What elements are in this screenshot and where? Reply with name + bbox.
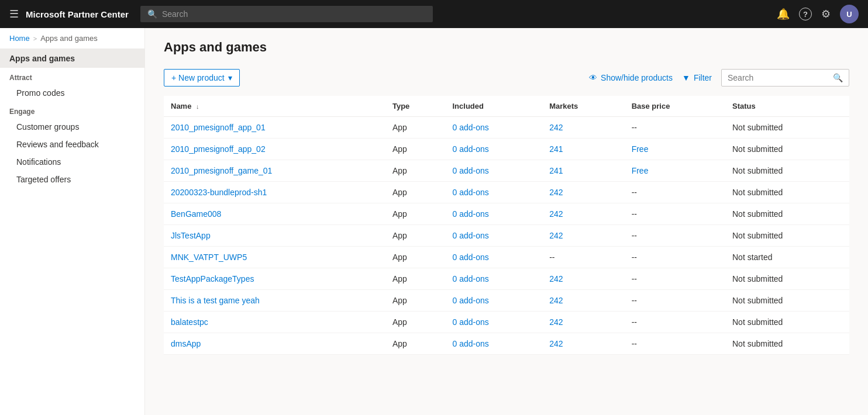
cell-included[interactable]: 0 add-ons [445, 247, 542, 268]
product-search-input[interactable] [722, 70, 827, 86]
cell-name[interactable]: 2010_pmesignoff_game_01 [164, 160, 385, 182]
settings-icon[interactable]: ⚙ [821, 8, 831, 20]
cell-markets[interactable]: 242 [542, 117, 624, 139]
product-link[interactable]: 2010_pmesignoff_app_01 [171, 123, 266, 132]
markets-link[interactable]: 242 [549, 317, 563, 327]
help-icon[interactable]: ? [799, 8, 812, 20]
addons-link[interactable]: 0 add-ons [452, 209, 488, 219]
addons-link[interactable]: 0 add-ons [452, 166, 488, 175]
cell-markets[interactable]: 241 [542, 139, 624, 160]
cell-status: Not started [725, 247, 849, 268]
cell-included[interactable]: 0 add-ons [445, 268, 542, 290]
sidebar-item-apps-and-games[interactable]: Apps and games [0, 49, 144, 68]
addons-link[interactable]: 0 add-ons [452, 296, 488, 305]
cell-included[interactable]: 0 add-ons [445, 225, 542, 247]
product-link[interactable]: 20200323-bundleprod-sh1 [171, 188, 267, 197]
cell-included[interactable]: 0 add-ons [445, 333, 542, 355]
cell-name[interactable]: balatestpc [164, 312, 385, 333]
price-link[interactable]: Free [632, 144, 649, 154]
show-hide-label: Show/hide products [601, 73, 673, 82]
product-link[interactable]: BenGame008 [171, 209, 221, 219]
cell-name[interactable]: MNK_VATPT_UWP5 [164, 247, 385, 268]
breadcrumb: Home > Apps and games [0, 28, 144, 49]
markets-link[interactable]: 242 [549, 188, 563, 197]
markets-link[interactable]: 241 [549, 166, 563, 175]
search-icon: 🔍 [827, 70, 849, 86]
sidebar-item-notifications[interactable]: Notifications [0, 153, 144, 171]
cell-name[interactable]: BenGame008 [164, 203, 385, 225]
table-row: dmsApp App 0 add-ons 242 -- Not submitte… [164, 333, 849, 355]
cell-included[interactable]: 0 add-ons [445, 117, 542, 139]
cell-base-price[interactable]: Free [625, 139, 725, 160]
new-product-button[interactable]: + New product ▾ [164, 69, 240, 87]
addons-link[interactable]: 0 add-ons [452, 123, 488, 132]
topbar-search[interactable]: 🔍 [140, 6, 433, 22]
show-hide-products-button[interactable]: 👁 Show/hide products [589, 73, 673, 82]
addons-link[interactable]: 0 add-ons [452, 144, 488, 154]
markets-link[interactable]: 242 [549, 339, 563, 348]
cell-name[interactable]: JlsTestApp [164, 225, 385, 247]
markets-link[interactable]: 242 [549, 123, 563, 132]
cell-base-price[interactable]: Free [625, 160, 725, 182]
cell-included[interactable]: 0 add-ons [445, 182, 542, 203]
cell-base-price: -- [625, 290, 725, 312]
product-link[interactable]: MNK_VATPT_UWP5 [171, 253, 247, 262]
cell-name[interactable]: 20200323-bundleprod-sh1 [164, 182, 385, 203]
markets-link[interactable]: 241 [549, 144, 563, 154]
addons-link[interactable]: 0 add-ons [452, 253, 488, 262]
product-link[interactable]: JlsTestApp [171, 231, 211, 240]
cell-markets[interactable]: 241 [542, 160, 624, 182]
products-table: Name ↓ Type Included Markets Base price … [164, 96, 849, 355]
cell-included[interactable]: 0 add-ons [445, 160, 542, 182]
cell-status: Not submitted [725, 312, 849, 333]
product-link[interactable]: This is a test game yeah [171, 296, 260, 305]
price-value: -- [632, 123, 637, 132]
sidebar-item-promo-codes[interactable]: Promo codes [0, 84, 144, 102]
cell-markets[interactable]: 242 [542, 312, 624, 333]
topbar-search-input[interactable] [162, 9, 426, 19]
product-link[interactable]: 2010_pmesignoff_game_01 [171, 166, 272, 175]
cell-name[interactable]: TestAppPackageTypes [164, 268, 385, 290]
product-link[interactable]: TestAppPackageTypes [171, 274, 254, 283]
cell-markets[interactable]: 242 [542, 333, 624, 355]
cell-markets[interactable]: 242 [542, 182, 624, 203]
cell-included[interactable]: 0 add-ons [445, 203, 542, 225]
cell-markets[interactable]: 242 [542, 225, 624, 247]
cell-included[interactable]: 0 add-ons [445, 312, 542, 333]
addons-link[interactable]: 0 add-ons [452, 317, 488, 327]
product-link[interactable]: dmsApp [171, 339, 201, 348]
addons-link[interactable]: 0 add-ons [452, 274, 488, 283]
addons-link[interactable]: 0 add-ons [452, 188, 488, 197]
table-row: BenGame008 App 0 add-ons 242 -- Not subm… [164, 203, 849, 225]
cell-status: Not submitted [725, 139, 849, 160]
menu-icon[interactable]: ☰ [9, 8, 19, 20]
price-link[interactable]: Free [632, 166, 649, 175]
cell-markets[interactable]: 242 [542, 290, 624, 312]
cell-name[interactable]: 2010_pmesignoff_app_02 [164, 139, 385, 160]
sidebar-item-customer-groups[interactable]: Customer groups [0, 118, 144, 136]
cell-included[interactable]: 0 add-ons [445, 290, 542, 312]
product-search-box[interactable]: 🔍 [721, 69, 849, 87]
cell-markets[interactable]: 242 [542, 203, 624, 225]
cell-markets[interactable]: 242 [542, 268, 624, 290]
cell-included[interactable]: 0 add-ons [445, 139, 542, 160]
cell-name[interactable]: This is a test game yeah [164, 290, 385, 312]
sidebar-item-reviews-feedback[interactable]: Reviews and feedback [0, 136, 144, 153]
cell-name[interactable]: 2010_pmesignoff_app_01 [164, 117, 385, 139]
cell-base-price: -- [625, 225, 725, 247]
markets-link[interactable]: 242 [549, 209, 563, 219]
addons-link[interactable]: 0 add-ons [452, 339, 488, 348]
col-name[interactable]: Name ↓ [164, 96, 385, 117]
breadcrumb-home[interactable]: Home [9, 34, 30, 43]
avatar[interactable]: U [840, 5, 859, 23]
product-link[interactable]: balatestpc [171, 317, 208, 327]
product-link[interactable]: 2010_pmesignoff_app_02 [171, 144, 266, 154]
sidebar-item-targeted-offers[interactable]: Targeted offers [0, 171, 144, 188]
notification-icon[interactable]: 🔔 [777, 8, 790, 20]
markets-link[interactable]: 242 [549, 274, 563, 283]
cell-name[interactable]: dmsApp [164, 333, 385, 355]
addons-link[interactable]: 0 add-ons [452, 231, 488, 240]
markets-link[interactable]: 242 [549, 296, 563, 305]
markets-link[interactable]: 242 [549, 231, 563, 240]
filter-button[interactable]: ▼ Filter [682, 73, 712, 82]
